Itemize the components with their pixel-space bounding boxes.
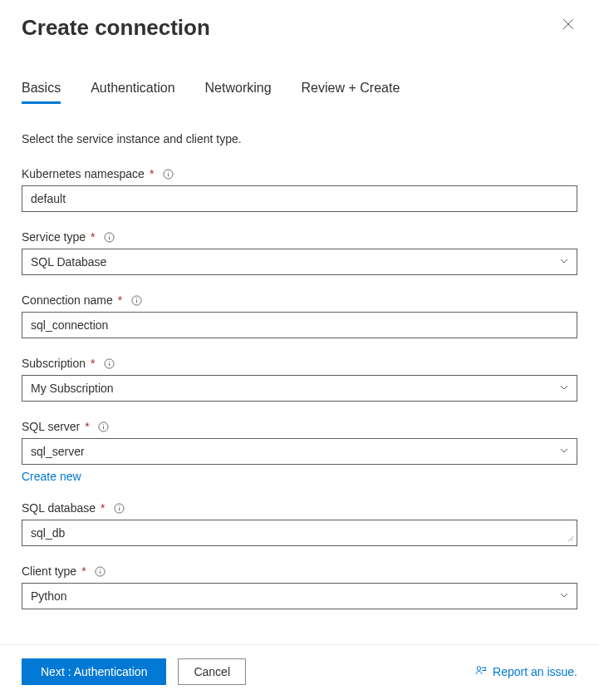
subscription-select[interactable] — [22, 375, 577, 402]
instruction-text: Select the service instance and client t… — [22, 132, 577, 145]
svg-point-24 — [100, 569, 101, 569]
tabs: Basics Authentication Networking Review … — [22, 81, 577, 104]
svg-point-10 — [136, 298, 137, 298]
sql-server-select[interactable] — [22, 438, 577, 465]
sql-server-label: SQL server — [22, 420, 80, 433]
subscription-label: Subscription — [22, 357, 86, 370]
info-icon[interactable] — [162, 168, 174, 180]
client-type-select[interactable] — [22, 583, 577, 609]
cancel-button[interactable]: Cancel — [178, 658, 246, 685]
svg-point-4 — [168, 171, 169, 172]
connection-name-input[interactable] — [22, 312, 577, 338]
required-indicator: * — [101, 501, 105, 515]
required-indicator: * — [85, 420, 89, 433]
service-type-label: Service type — [22, 230, 86, 244]
namespace-input[interactable] — [22, 185, 577, 212]
close-button[interactable] — [559, 15, 577, 36]
info-icon[interactable] — [104, 357, 115, 369]
info-icon[interactable] — [130, 294, 142, 306]
required-indicator: * — [91, 230, 95, 244]
required-indicator: * — [118, 293, 122, 307]
sql-database-select[interactable] — [22, 520, 577, 546]
connection-name-label: Connection name — [22, 293, 113, 307]
feedback-icon — [474, 664, 488, 680]
report-issue-link[interactable]: Report an issue. — [474, 664, 577, 680]
svg-point-7 — [109, 234, 110, 235]
sql-database-label: SQL database — [22, 501, 96, 515]
required-indicator: * — [81, 564, 86, 578]
required-indicator: * — [91, 357, 95, 370]
close-icon — [562, 19, 574, 32]
report-issue-label: Report an issue. — [493, 665, 577, 678]
tab-review-create[interactable]: Review + Create — [302, 81, 400, 104]
namespace-label: Kubernetes namespace — [22, 167, 145, 180]
info-icon[interactable] — [113, 502, 125, 514]
panel-title: Create connection — [22, 15, 210, 41]
svg-point-25 — [477, 666, 481, 670]
service-type-select[interactable] — [22, 249, 577, 275]
svg-point-19 — [119, 505, 120, 506]
client-type-label: Client type — [22, 564, 76, 578]
info-icon[interactable] — [95, 565, 106, 577]
svg-point-16 — [103, 424, 104, 425]
info-icon[interactable] — [98, 421, 110, 432]
svg-point-13 — [109, 361, 110, 362]
footer: Next : Authentication Cancel Report an i… — [0, 644, 599, 700]
tab-basics[interactable]: Basics — [22, 81, 61, 104]
tab-networking[interactable]: Networking — [205, 81, 272, 104]
next-button[interactable]: Next : Authentication — [22, 658, 166, 685]
info-icon[interactable] — [104, 231, 115, 243]
tab-authentication[interactable]: Authentication — [91, 81, 174, 104]
create-new-link[interactable]: Create new — [22, 470, 81, 483]
required-indicator: * — [150, 167, 154, 180]
